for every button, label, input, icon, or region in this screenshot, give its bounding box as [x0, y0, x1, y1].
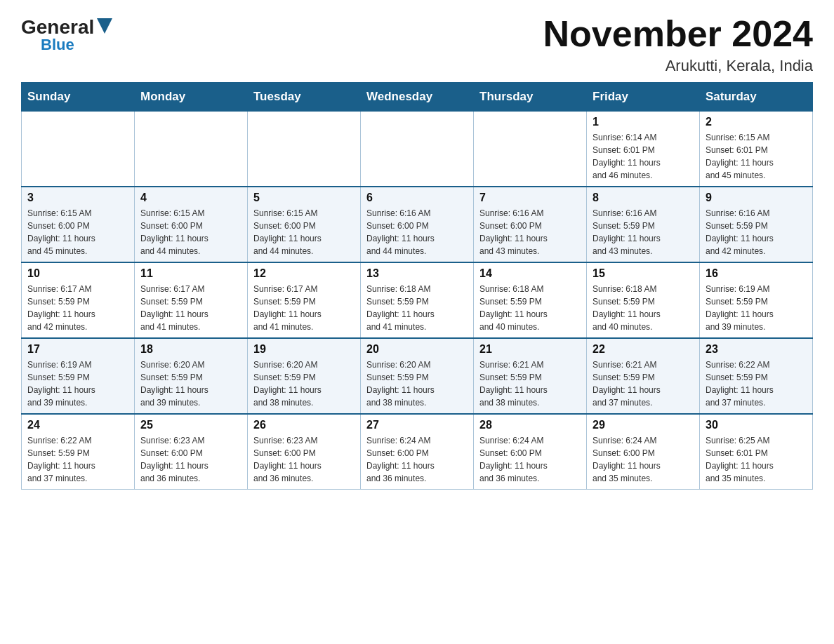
calendar-cell: 28Sunrise: 6:24 AM Sunset: 6:00 PM Dayli… [474, 414, 587, 490]
day-info: Sunrise: 6:22 AM Sunset: 5:59 PM Dayligh… [27, 434, 128, 485]
calendar-cell [22, 112, 135, 187]
calendar-cell: 15Sunrise: 6:18 AM Sunset: 5:59 PM Dayli… [587, 262, 700, 338]
calendar-header-monday: Monday [135, 83, 248, 112]
calendar-cell: 9Sunrise: 6:16 AM Sunset: 5:59 PM Daylig… [700, 187, 813, 262]
day-number: 30 [706, 419, 807, 431]
day-info: Sunrise: 6:17 AM Sunset: 5:59 PM Dayligh… [253, 283, 355, 333]
calendar-header-tuesday: Tuesday [248, 83, 361, 112]
title-area: November 2024 Arukutti, Kerala, India [543, 14, 813, 75]
calendar-cell [248, 112, 361, 187]
day-info: Sunrise: 6:15 AM Sunset: 6:01 PM Dayligh… [706, 131, 807, 182]
calendar-cell: 1Sunrise: 6:14 AM Sunset: 6:01 PM Daylig… [587, 112, 700, 187]
calendar-week-4: 17Sunrise: 6:19 AM Sunset: 5:59 PM Dayli… [22, 338, 813, 414]
day-number: 5 [253, 192, 355, 204]
day-number: 18 [140, 343, 241, 356]
day-info: Sunrise: 6:18 AM Sunset: 5:59 PM Dayligh… [593, 283, 694, 333]
calendar-cell: 5Sunrise: 6:15 AM Sunset: 6:00 PM Daylig… [248, 187, 361, 262]
day-number: 20 [366, 343, 468, 356]
day-number: 6 [366, 192, 468, 204]
day-info: Sunrise: 6:15 AM Sunset: 6:00 PM Dayligh… [253, 207, 355, 257]
calendar-cell: 7Sunrise: 6:16 AM Sunset: 6:00 PM Daylig… [474, 187, 587, 262]
calendar-cell [135, 112, 248, 187]
day-info: Sunrise: 6:24 AM Sunset: 6:00 PM Dayligh… [593, 434, 694, 485]
day-number: 4 [140, 192, 241, 204]
calendar-week-2: 3Sunrise: 6:15 AM Sunset: 6:00 PM Daylig… [22, 187, 813, 262]
page-title: November 2024 [543, 14, 813, 54]
day-info: Sunrise: 6:20 AM Sunset: 5:59 PM Dayligh… [140, 358, 241, 409]
calendar-header-sunday: Sunday [22, 83, 135, 112]
calendar-header-saturday: Saturday [700, 83, 813, 112]
calendar-cell: 16Sunrise: 6:19 AM Sunset: 5:59 PM Dayli… [700, 262, 813, 338]
day-number: 2 [706, 116, 807, 128]
calendar-cell: 3Sunrise: 6:15 AM Sunset: 6:00 PM Daylig… [22, 187, 135, 262]
day-number: 27 [366, 419, 468, 431]
day-number: 11 [140, 267, 241, 280]
day-info: Sunrise: 6:18 AM Sunset: 5:59 PM Dayligh… [479, 283, 581, 333]
day-info: Sunrise: 6:24 AM Sunset: 6:00 PM Dayligh… [366, 434, 468, 485]
day-number: 14 [479, 267, 581, 280]
day-info: Sunrise: 6:22 AM Sunset: 5:59 PM Dayligh… [706, 358, 807, 409]
day-info: Sunrise: 6:25 AM Sunset: 6:01 PM Dayligh… [706, 434, 807, 485]
calendar-cell: 17Sunrise: 6:19 AM Sunset: 5:59 PM Dayli… [22, 338, 135, 414]
day-number: 8 [593, 192, 694, 204]
calendar-cell: 27Sunrise: 6:24 AM Sunset: 6:00 PM Dayli… [361, 414, 474, 490]
day-number: 9 [706, 192, 807, 204]
calendar-cell: 21Sunrise: 6:21 AM Sunset: 5:59 PM Dayli… [474, 338, 587, 414]
calendar-cell: 20Sunrise: 6:20 AM Sunset: 5:59 PM Dayli… [361, 338, 474, 414]
calendar-week-5: 24Sunrise: 6:22 AM Sunset: 5:59 PM Dayli… [22, 414, 813, 490]
day-number: 10 [27, 267, 128, 280]
calendar-table: SundayMondayTuesdayWednesdayThursdayFrid… [21, 82, 813, 490]
day-number: 7 [479, 192, 581, 204]
day-info: Sunrise: 6:19 AM Sunset: 5:59 PM Dayligh… [706, 283, 807, 333]
day-number: 22 [593, 343, 694, 356]
calendar-cell: 12Sunrise: 6:17 AM Sunset: 5:59 PM Dayli… [248, 262, 361, 338]
day-number: 13 [366, 267, 468, 280]
day-info: Sunrise: 6:15 AM Sunset: 6:00 PM Dayligh… [27, 207, 128, 257]
day-number: 28 [479, 419, 581, 431]
day-info: Sunrise: 6:18 AM Sunset: 5:59 PM Dayligh… [366, 283, 468, 333]
day-info: Sunrise: 6:19 AM Sunset: 5:59 PM Dayligh… [27, 358, 128, 409]
calendar-cell: 24Sunrise: 6:22 AM Sunset: 5:59 PM Dayli… [22, 414, 135, 490]
calendar-cell: 14Sunrise: 6:18 AM Sunset: 5:59 PM Dayli… [474, 262, 587, 338]
day-info: Sunrise: 6:15 AM Sunset: 6:00 PM Dayligh… [140, 207, 241, 257]
calendar-cell: 2Sunrise: 6:15 AM Sunset: 6:01 PM Daylig… [700, 112, 813, 187]
calendar-cell: 19Sunrise: 6:20 AM Sunset: 5:59 PM Dayli… [248, 338, 361, 414]
calendar-cell: 4Sunrise: 6:15 AM Sunset: 6:00 PM Daylig… [135, 187, 248, 262]
svg-marker-0 [97, 18, 112, 34]
calendar-cell: 10Sunrise: 6:17 AM Sunset: 5:59 PM Dayli… [22, 262, 135, 338]
day-number: 19 [253, 343, 355, 356]
calendar-cell: 22Sunrise: 6:21 AM Sunset: 5:59 PM Dayli… [587, 338, 700, 414]
calendar-cell: 23Sunrise: 6:22 AM Sunset: 5:59 PM Dayli… [700, 338, 813, 414]
day-number: 21 [479, 343, 581, 356]
calendar-cell: 11Sunrise: 6:17 AM Sunset: 5:59 PM Dayli… [135, 262, 248, 338]
calendar-header-friday: Friday [587, 83, 700, 112]
calendar-cell: 13Sunrise: 6:18 AM Sunset: 5:59 PM Dayli… [361, 262, 474, 338]
calendar-header-wednesday: Wednesday [361, 83, 474, 112]
day-number: 26 [253, 419, 355, 431]
calendar-cell [361, 112, 474, 187]
calendar-week-3: 10Sunrise: 6:17 AM Sunset: 5:59 PM Dayli… [22, 262, 813, 338]
day-number: 24 [27, 419, 128, 431]
calendar-cell: 25Sunrise: 6:23 AM Sunset: 6:00 PM Dayli… [135, 414, 248, 490]
calendar-cell: 6Sunrise: 6:16 AM Sunset: 6:00 PM Daylig… [361, 187, 474, 262]
logo: General Blue [21, 14, 112, 53]
day-info: Sunrise: 6:21 AM Sunset: 5:59 PM Dayligh… [593, 358, 694, 409]
calendar-cell: 29Sunrise: 6:24 AM Sunset: 6:00 PM Dayli… [587, 414, 700, 490]
calendar-cell: 8Sunrise: 6:16 AM Sunset: 5:59 PM Daylig… [587, 187, 700, 262]
page-subtitle: Arukutti, Kerala, India [543, 57, 813, 75]
day-info: Sunrise: 6:23 AM Sunset: 6:00 PM Dayligh… [253, 434, 355, 485]
logo-general-text: General [21, 18, 94, 37]
day-number: 3 [27, 192, 128, 204]
calendar-week-1: 1Sunrise: 6:14 AM Sunset: 6:01 PM Daylig… [22, 112, 813, 187]
day-number: 25 [140, 419, 241, 431]
day-number: 23 [706, 343, 807, 356]
day-info: Sunrise: 6:17 AM Sunset: 5:59 PM Dayligh… [27, 283, 128, 333]
day-number: 29 [593, 419, 694, 431]
day-number: 16 [706, 267, 807, 280]
day-info: Sunrise: 6:20 AM Sunset: 5:59 PM Dayligh… [253, 358, 355, 409]
day-info: Sunrise: 6:16 AM Sunset: 5:59 PM Dayligh… [593, 207, 694, 257]
page-header: General Blue November 2024 Arukutti, Ker… [21, 14, 813, 75]
day-info: Sunrise: 6:24 AM Sunset: 6:00 PM Dayligh… [479, 434, 581, 485]
day-info: Sunrise: 6:16 AM Sunset: 5:59 PM Dayligh… [706, 207, 807, 257]
day-info: Sunrise: 6:17 AM Sunset: 5:59 PM Dayligh… [140, 283, 241, 333]
